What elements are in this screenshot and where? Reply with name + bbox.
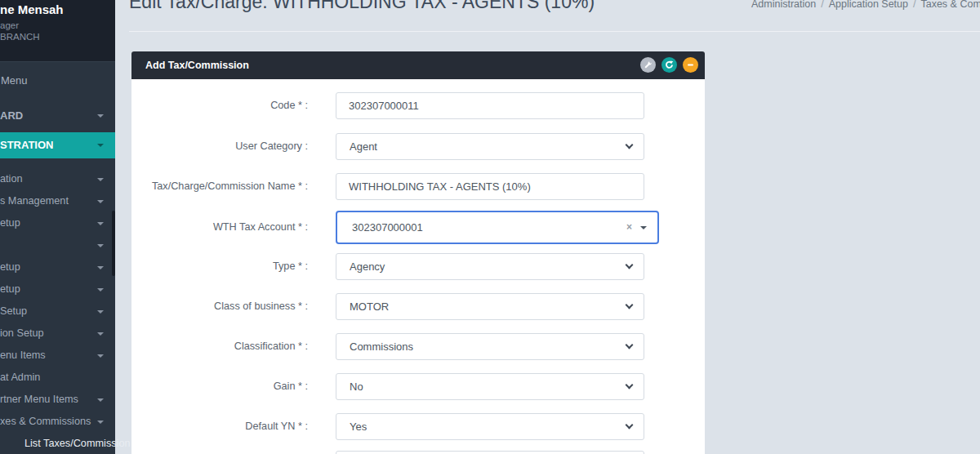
submenu-label: rtner Menu Items [0,394,78,405]
add-tax-commission-panel: Add Tax/Commission Cod [131,51,705,454]
default-yn-value: Yes [350,414,367,439]
panel-title: Add Tax/Commission [145,51,249,79]
user-category-select[interactable]: Agent [336,133,644,160]
chevron-down-icon [626,141,634,149]
gain-label: Gain * : [131,373,308,400]
submenu-item[interactable]: s Management [0,190,115,212]
default-yn-label: Default YN * : [131,413,308,440]
chevron-down-icon [97,332,104,336]
submenu-label: Setup [0,305,27,317]
submenu-label: etup [0,283,20,295]
page-title: Edit Tax/Charge: WITHHOLDING TAX - AGENT… [129,0,595,14]
type-label: Type * : [131,253,308,280]
sidebar-submenu: ation s Management etup etup etup Setup … [0,168,115,454]
breadcrumb-administration[interactable]: Administration [751,0,816,10]
user-branch: BRANCH [0,32,40,42]
submenu-label: s Management [0,195,69,207]
wth-tax-account-value: 302307000001 [352,212,423,243]
breadcrumb-separator: / [816,0,828,10]
partial-input[interactable] [336,451,644,454]
submenu-item[interactable]: at Admin [0,367,115,389]
submenu-item[interactable]: rtner Menu Items [0,389,115,411]
chevron-down-icon [626,421,634,430]
chevron-down-icon [97,200,104,203]
type-select[interactable]: Agency [336,253,644,280]
chevron-down-icon [97,398,104,402]
chevron-down-icon [97,178,104,181]
classification-select[interactable]: Commissions [336,333,644,360]
chevron-down-icon [97,244,104,247]
chevron-down-icon [626,301,634,309]
class-of-business-label: Class of business * : [131,293,308,320]
sidebar-item-dashboard[interactable]: ARD [0,104,115,128]
sidebar-item-administration[interactable]: STRATION [0,132,115,158]
user-role: ager [0,20,19,30]
submenu-item[interactable]: ation [0,168,115,190]
panel-header: Add Tax/Commission [131,51,705,79]
breadcrumb-application-setup[interactable]: Application Setup [829,0,908,10]
tax-name-input[interactable] [336,173,644,200]
user-category-label: User Category : [131,133,308,160]
class-of-business-select[interactable]: MOTOR [336,293,644,320]
clear-icon[interactable]: × [626,212,632,243]
classification-value: Commissions [350,334,413,359]
submenu-label: etup [0,217,20,229]
wth-tax-account-select[interactable]: 302307000001 × [336,211,659,244]
submenu-item[interactable] [0,234,115,256]
sidebar-item-label: ARD [0,109,23,122]
chevron-down-icon [97,144,104,147]
submenu-item[interactable]: ion Setup [0,323,115,345]
default-yn-select[interactable]: Yes [336,413,644,440]
sidebar-scrollbar[interactable] [112,211,115,276]
refresh-icon [665,60,674,69]
collapse-button[interactable] [683,57,698,73]
submenu-label: ion Setup [0,327,44,339]
breadcrumb: Administration/Application Setup/Taxes &… [751,0,980,10]
breadcrumb-taxes-commissions[interactable]: Taxes & Commissions [920,0,980,10]
gain-value: No [350,374,363,399]
type-value: Agency [350,254,385,279]
submenu-item-list-taxes-commission[interactable]: List Taxes/Commission [0,433,115,454]
submenu-label: at Admin [0,372,40,383]
chevron-down-icon [97,222,104,225]
menu-heading: Menu [1,74,28,87]
submenu-item[interactable]: Setup [0,300,115,323]
chevron-down-icon [97,354,104,358]
chevron-down-icon [97,266,104,269]
tax-name-label: Tax/Charge/Commission Name * : [131,173,308,200]
chevron-down-icon [97,310,104,314]
submenu-item-taxes-commissions[interactable]: xes & Commissions [0,411,115,433]
breadcrumb-separator: / [908,0,920,10]
classification-label: Classification * : [131,333,308,360]
code-input[interactable] [336,92,644,119]
chevron-down-icon [97,288,104,292]
chevron-down-icon [97,114,104,118]
gain-select[interactable]: No [336,373,644,400]
submenu-item[interactable]: etup [0,256,115,278]
chevron-down-icon [626,381,634,389]
submenu-label: etup [0,261,20,273]
class-of-business-value: MOTOR [350,294,389,319]
refresh-button[interactable] [662,57,677,73]
chevron-down-icon [626,261,634,269]
sidebar-item-label: STRATION [0,139,53,151]
minus-icon [686,60,695,69]
user-name: ne Mensah [0,2,64,16]
submenu-item[interactable]: etup [0,278,115,300]
wrench-button[interactable] [640,57,656,73]
sidebar: ne Mensah ager BRANCH Menu ARD STRATION … [0,0,115,454]
chevron-down-icon [626,341,634,349]
submenu-item[interactable]: etup [0,212,115,234]
wth-tax-account-label: WTH Tax Account * : [131,214,308,241]
submenu-label: enu Items [0,349,46,361]
user-category-value: Agent [350,134,377,159]
main-content: Edit Tax/Charge: WITHHOLDING TAX - AGENT… [115,0,980,454]
submenu-label: xes & Commissions [0,416,91,427]
header-divider [129,31,980,32]
submenu-item[interactable]: enu Items [0,345,115,367]
submenu-label: List Taxes/Commission [24,438,131,449]
submenu-label: ation [0,173,23,185]
wrench-icon [644,60,653,69]
user-profile[interactable]: ne Mensah ager BRANCH [0,0,115,62]
code-label: Code * : [131,92,308,119]
